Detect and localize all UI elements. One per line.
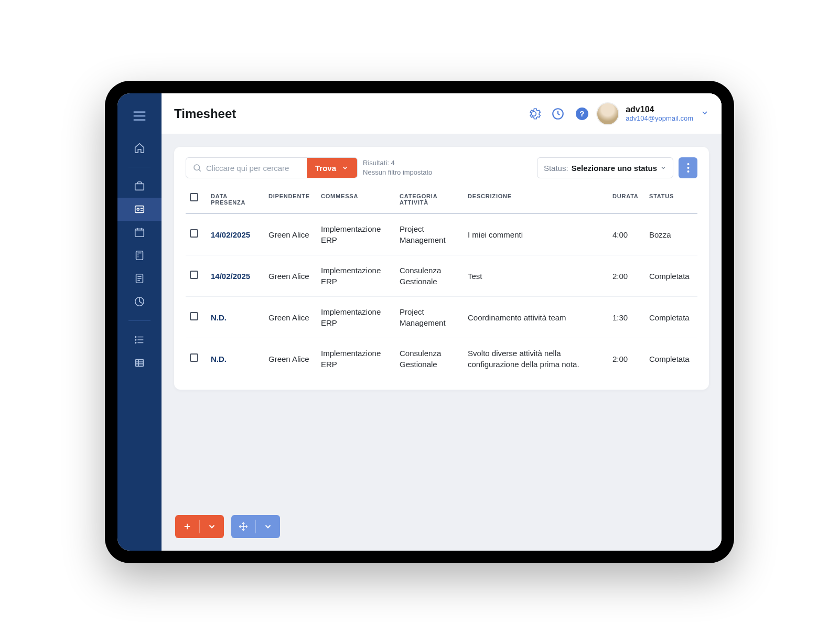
- svg-point-11: [135, 339, 136, 340]
- table-row[interactable]: N.D. Green Alice Implementazione ERP Con…: [186, 338, 697, 380]
- user-menu[interactable]: adv104 adv104@yopmail.com: [626, 105, 693, 122]
- nav-calculator[interactable]: [117, 244, 162, 267]
- nav-list[interactable]: [117, 328, 162, 351]
- cell-commessa: Implementazione ERP: [317, 255, 395, 297]
- col-durata: DURATA: [608, 188, 645, 213]
- date-link[interactable]: N.D.: [211, 313, 227, 322]
- status-filter[interactable]: Status: Selezionare uno status: [537, 157, 673, 178]
- cell-descrizione: Svolto diverse attività nella configuraz…: [464, 338, 608, 380]
- cell-status: Completata: [645, 338, 697, 380]
- cell-employee: Green Alice: [264, 213, 317, 255]
- table-row[interactable]: 14/02/2025 Green Alice Implementazione E…: [186, 255, 697, 297]
- cell-employee: Green Alice: [264, 255, 317, 297]
- date-link[interactable]: 14/02/2025: [211, 272, 250, 281]
- cell-descrizione: I miei commenti: [464, 213, 608, 255]
- nav-table[interactable]: [117, 351, 162, 374]
- svg-rect-3: [135, 184, 144, 190]
- date-link[interactable]: 14/02/2025: [211, 230, 250, 239]
- nav-chart[interactable]: [117, 290, 162, 313]
- row-checkbox[interactable]: [190, 353, 198, 362]
- cell-commessa: Implementazione ERP: [317, 213, 395, 255]
- menu-toggle[interactable]: [132, 101, 147, 136]
- results-summary: Risultati: 4 Nessun filtro impostato: [363, 158, 432, 177]
- cell-categoria: Project Management: [395, 213, 464, 255]
- settings-button[interactable]: [524, 104, 544, 124]
- svg-point-12: [135, 342, 136, 344]
- cell-durata: 2:00: [608, 338, 645, 380]
- row-checkbox[interactable]: [190, 312, 198, 320]
- user-menu-toggle[interactable]: [701, 109, 709, 119]
- sidebar-divider: [128, 320, 150, 321]
- cell-categoria: Consulenza Gestionale: [395, 338, 464, 380]
- user-email: adv104@yopmail.com: [626, 114, 693, 122]
- search-placeholder: Cliccare qui per cercare: [206, 164, 289, 173]
- cell-durata: 4:00: [608, 213, 645, 255]
- find-button-label: Trova: [315, 164, 336, 173]
- help-button[interactable]: ?: [572, 104, 592, 124]
- plus-icon: [182, 522, 192, 531]
- add-button[interactable]: [175, 515, 224, 538]
- row-checkbox[interactable]: [190, 271, 198, 279]
- svg-text:?: ?: [580, 109, 585, 118]
- nav-calendar[interactable]: [117, 221, 162, 244]
- search-icon: [192, 163, 202, 173]
- chevron-down-icon: [263, 522, 273, 531]
- svg-point-21: [687, 170, 689, 173]
- svg-rect-7: [136, 251, 143, 260]
- chevron-down-icon: [660, 165, 666, 171]
- find-button[interactable]: Trova: [307, 158, 357, 178]
- cell-commessa: Implementazione ERP: [317, 338, 395, 380]
- cell-descrizione: Test: [464, 255, 608, 297]
- svg-rect-6: [135, 229, 144, 237]
- select-all-checkbox[interactable]: [190, 193, 198, 201]
- svg-line-18: [199, 169, 200, 171]
- status-filter-prefix: Status:: [544, 164, 568, 173]
- move-icon: [239, 522, 248, 531]
- svg-point-10: [135, 337, 136, 338]
- nav-home[interactable]: [117, 136, 162, 159]
- date-link[interactable]: N.D.: [211, 355, 227, 363]
- user-name: adv104: [626, 105, 693, 114]
- svg-rect-13: [136, 360, 144, 367]
- cell-commessa: Implementazione ERP: [317, 297, 395, 338]
- table-row[interactable]: N.D. Green Alice Implementazione ERP Pro…: [186, 297, 697, 338]
- cell-durata: 1:30: [608, 297, 645, 338]
- svg-point-5: [137, 208, 139, 210]
- page-title: Timesheet: [174, 106, 236, 121]
- chevron-down-icon: [207, 522, 217, 531]
- col-commessa: COMMESSA: [317, 188, 395, 213]
- more-actions-button[interactable]: [679, 157, 697, 178]
- cell-durata: 2:00: [608, 255, 645, 297]
- nav-briefcase[interactable]: [117, 175, 162, 198]
- cell-categoria: Consulenza Gestionale: [395, 255, 464, 297]
- col-status: STATUS: [645, 188, 697, 213]
- cell-status: Bozza: [645, 213, 697, 255]
- row-checkbox[interactable]: [190, 229, 198, 238]
- cell-descrizione: Coordinamento attività team: [464, 297, 608, 338]
- nav-timesheet[interactable]: [117, 198, 162, 221]
- col-descrizione: DESCRIZIONE: [464, 188, 608, 213]
- user-avatar[interactable]: [596, 102, 619, 125]
- nav-document[interactable]: [117, 267, 162, 290]
- svg-point-19: [687, 163, 689, 165]
- col-data-presenza: DATA PRESENZA: [207, 188, 264, 213]
- search-input[interactable]: Cliccare qui per cercare: [186, 158, 307, 178]
- chevron-down-icon: [341, 164, 349, 171]
- cell-employee: Green Alice: [264, 297, 317, 338]
- col-categoria: CATEGORIA ATTIVITÀ: [395, 188, 464, 213]
- move-button[interactable]: [231, 515, 280, 538]
- cell-status: Completata: [645, 297, 697, 338]
- table-row[interactable]: 14/02/2025 Green Alice Implementazione E…: [186, 213, 697, 255]
- sidebar-divider: [128, 167, 150, 167]
- svg-point-20: [687, 167, 689, 169]
- cell-status: Completata: [645, 255, 697, 297]
- cell-employee: Green Alice: [264, 338, 317, 380]
- history-button[interactable]: [548, 104, 568, 124]
- col-dipendente: DIPENDENTE: [264, 188, 317, 213]
- cell-categoria: Project Management: [395, 297, 464, 338]
- svg-point-17: [194, 165, 200, 170]
- status-filter-value: Selezionare uno status: [572, 164, 657, 173]
